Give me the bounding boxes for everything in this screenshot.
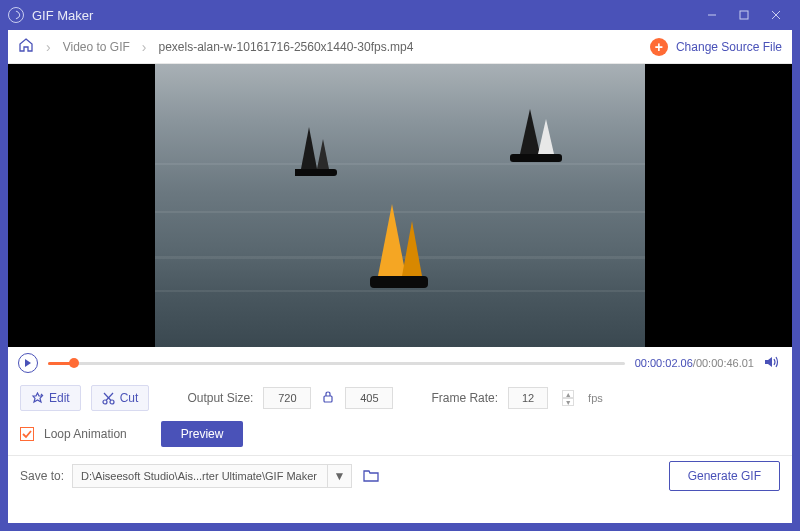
output-size-label: Output Size: <box>187 391 253 405</box>
total-time: 00:00:46.01 <box>696 357 754 369</box>
seek-slider[interactable] <box>48 362 625 365</box>
change-source-label: Change Source File <box>676 40 782 54</box>
volume-icon[interactable] <box>764 355 780 372</box>
change-source-button[interactable]: + Change Source File <box>650 38 782 56</box>
maximize-button[interactable] <box>728 0 760 30</box>
save-path-dropdown[interactable]: D:\Aiseesoft Studio\Ais...rter Ultimate\… <box>72 464 352 488</box>
play-button[interactable] <box>18 353 38 373</box>
spinner-up[interactable]: ▲ <box>562 390 574 398</box>
minimize-button[interactable] <box>696 0 728 30</box>
edit-button[interactable]: Edit <box>20 385 81 411</box>
loop-label[interactable]: Loop Animation <box>44 427 127 441</box>
save-path-text: D:\Aiseesoft Studio\Ais...rter Ultimate\… <box>73 470 327 482</box>
save-to-label: Save to: <box>20 469 64 483</box>
current-time: 00:00:02.06 <box>635 357 693 369</box>
fps-label: fps <box>588 392 603 404</box>
video-preview[interactable] <box>8 64 792 347</box>
home-icon[interactable] <box>18 37 34 56</box>
edit-label: Edit <box>49 391 70 405</box>
video-frame <box>155 64 645 347</box>
breadcrumb-separator: › <box>142 39 147 55</box>
controls-panel: Edit Cut Output Size: 720 405 Frame Rate… <box>8 379 792 456</box>
breadcrumb-toolbar: › Video to GIF › pexels-alan-w-10161716-… <box>8 30 792 64</box>
chevron-down-icon[interactable]: ▼ <box>327 465 351 487</box>
spinner-down[interactable]: ▼ <box>562 398 574 406</box>
footer-bar: Save to: D:\Aiseesoft Studio\Ais...rter … <box>8 456 792 496</box>
generate-gif-button[interactable]: Generate GIF <box>669 461 780 491</box>
svg-rect-8 <box>324 396 332 402</box>
width-input[interactable]: 720 <box>263 387 311 409</box>
frame-rate-spinner: ▲ ▼ <box>562 390 574 406</box>
content-area: › Video to GIF › pexels-alan-w-10161716-… <box>8 30 792 523</box>
window-controls <box>696 0 792 30</box>
frame-rate-label: Frame Rate: <box>431 391 498 405</box>
controls-row-1: Edit Cut Output Size: 720 405 Frame Rate… <box>20 385 780 411</box>
plus-icon: + <box>650 38 668 56</box>
playback-bar: 00:00:02.06/00:00:46.01 <box>8 347 792 379</box>
preview-button[interactable]: Preview <box>161 421 244 447</box>
height-input[interactable]: 405 <box>345 387 393 409</box>
svg-rect-1 <box>740 11 748 19</box>
cut-label: Cut <box>120 391 139 405</box>
title-bar: GIF Maker <box>0 0 800 30</box>
controls-row-2: Loop Animation Preview <box>20 421 780 447</box>
app-icon <box>8 7 24 23</box>
lock-icon[interactable] <box>321 391 335 405</box>
breadcrumb-video-to-gif[interactable]: Video to GIF <box>63 40 130 54</box>
time-display: 00:00:02.06/00:00:46.01 <box>635 357 754 369</box>
loop-checkbox[interactable] <box>20 427 34 441</box>
open-folder-button[interactable] <box>360 465 382 487</box>
seek-thumb[interactable] <box>69 358 79 368</box>
breadcrumb-separator: › <box>46 39 51 55</box>
breadcrumb-filename: pexels-alan-w-10161716-2560x1440-30fps.m… <box>159 40 414 54</box>
cut-button[interactable]: Cut <box>91 385 150 411</box>
app-title: GIF Maker <box>32 8 93 23</box>
close-button[interactable] <box>760 0 792 30</box>
frame-rate-input[interactable]: 12 <box>508 387 548 409</box>
